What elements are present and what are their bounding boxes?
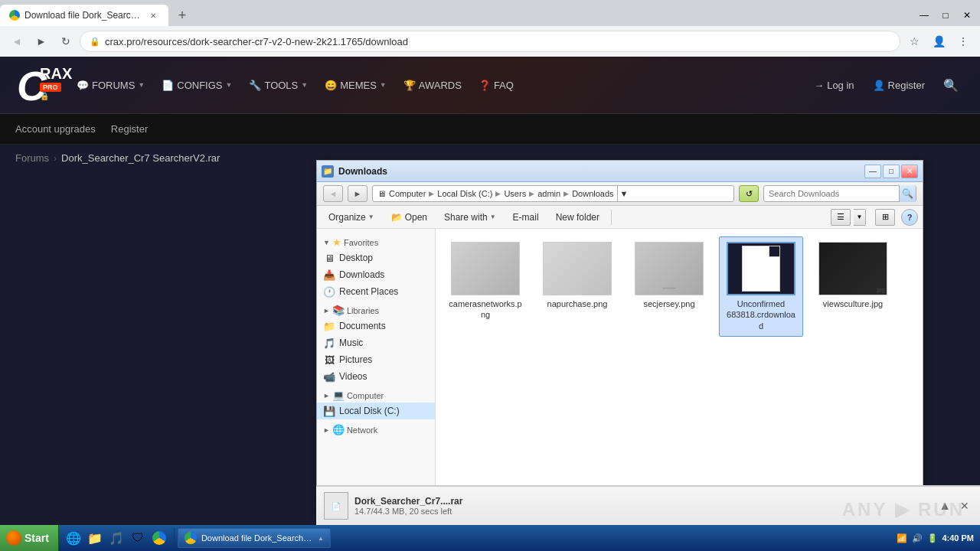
tray-battery-icon[interactable]: 🔋 <box>926 532 939 544</box>
register-button[interactable]: 👤 Register <box>867 77 931 94</box>
taskbar-right: 📶 🔊 🔋 4:40 PM <box>890 532 980 544</box>
email-button[interactable]: E-mail <box>506 209 546 226</box>
address-dropdown[interactable]: ▼ <box>617 185 631 202</box>
sidebar-item-desktop[interactable]: 🖥 Desktop <box>317 249 435 266</box>
sidebar-item-local-disk[interactable]: 💾 Local Disk (C:) <box>317 403 435 419</box>
favorites-star-icon: ★ <box>332 236 341 248</box>
back-button[interactable]: ◄ <box>6 31 28 52</box>
reload-button[interactable]: ↻ <box>55 31 77 52</box>
taskbar-task-download[interactable]: Download file Dork_Searcher_Cr7 S... ▲ <box>178 528 331 548</box>
view-button[interactable]: ☰ <box>831 209 851 226</box>
sidebar-item-music[interactable]: 🎵 Music <box>317 334 435 351</box>
sidebar-item-pictures[interactable]: 🖼 Pictures <box>317 351 435 368</box>
new-tab-button[interactable]: + <box>172 5 193 26</box>
file-item-crdownload[interactable]: Unconfirmed 683818.crdownload <box>719 236 803 337</box>
site-header: C RAX PRO 🔒 💬 FORUMS ▼ 📄 CONFIGS ▼ <box>0 57 980 114</box>
taskbar-folder-icon[interactable]: 📁 <box>85 528 105 548</box>
taskbar-media-icon[interactable]: 🎵 <box>106 528 126 548</box>
favorites-section: ▼ ★ Favorites 🖥 Desktop 📥 Downloads 🕐 <box>317 235 435 300</box>
nav-awards[interactable]: 🏆 AWARDS <box>396 75 469 96</box>
minimize-button[interactable]: — <box>914 8 934 23</box>
file-item-napurchase[interactable]: napurchase.png <box>535 236 619 337</box>
addr-computer: 🖥 <box>377 189 386 198</box>
forward-button[interactable]: ► <box>31 31 52 52</box>
close-tab-button[interactable]: ✕ <box>147 9 159 21</box>
file-item-secjersey[interactable]: —— secjersey.png <box>627 236 711 337</box>
taskbar-chrome-icon[interactable] <box>149 528 169 548</box>
videos-icon: 📹 <box>323 370 335 383</box>
start-button[interactable]: Start <box>0 525 59 551</box>
thumbnail-view-button[interactable]: ⊞ <box>875 209 895 226</box>
menu-button[interactable]: ⋮ <box>952 31 974 52</box>
sidebar-item-downloads[interactable]: 📥 Downloads <box>317 266 435 283</box>
sidebar-item-documents[interactable]: 📁 Documents <box>317 318 435 334</box>
file-item-camerasnetworks[interactable]: camerasnetworks.png <box>443 236 528 337</box>
libraries-icon: 📚 <box>332 305 345 316</box>
sidebar-item-videos[interactable]: 📹 Videos <box>317 368 435 385</box>
explorer-back[interactable]: ◄ <box>323 185 343 202</box>
new-folder-button[interactable]: New folder <box>549 209 606 226</box>
explorer-forward[interactable]: ► <box>348 185 368 202</box>
search-button[interactable]: 🔍 <box>937 75 965 96</box>
tray-network-icon[interactable]: 📶 <box>896 532 908 544</box>
libraries-header[interactable]: ► 📚 Libraries <box>317 303 435 318</box>
computer-header[interactable]: ► 💻 Computer <box>317 388 435 403</box>
site-logo[interactable]: C RAX PRO 🔒 <box>15 62 69 108</box>
nav-memes[interactable]: 😄 MEMES ▼ <box>317 75 394 96</box>
nav-forums[interactable]: 💬 FORUMS ▼ <box>69 75 152 96</box>
music-icon: 🎵 <box>323 337 335 349</box>
explorer-search-button[interactable]: 🔍 <box>899 185 916 202</box>
nav-configs[interactable]: 📄 CONFIGS ▼ <box>154 75 240 96</box>
help-button[interactable]: ? <box>901 209 918 226</box>
organize-arrow: ▼ <box>368 214 374 220</box>
file-item-viewsculture[interactable]: jpg viewsculture.jpg <box>811 236 895 337</box>
explorer-menu-bar: Organize ▼ 📂 Open Share with ▼ E-mail Ne… <box>317 206 923 229</box>
logo-c: C RAX PRO 🔒 <box>15 62 69 108</box>
explorer-search-input[interactable] <box>764 189 899 198</box>
open-button[interactable]: 📂 Open <box>384 209 434 226</box>
login-button[interactable]: → Log in <box>808 77 860 94</box>
local-disk-label: Local Disk (C:) <box>339 406 429 416</box>
organize-button[interactable]: Organize ▼ <box>322 209 381 226</box>
close-window-button[interactable]: ✕ <box>957 8 977 23</box>
active-tab[interactable]: Download file Dork_Searcher_Cr7 S... ✕ <box>0 5 168 26</box>
forums-icon: 💬 <box>77 80 89 91</box>
register-link[interactable]: Register <box>111 123 148 135</box>
address-bar[interactable]: 🔒 crax.pro/resources/dork-searcher-cr7-v… <box>80 31 900 52</box>
download-file-icon: 📄 <box>324 492 348 520</box>
explorer-address[interactable]: 🖥 Computer ▶ Local Disk (C:) ▶ Users ▶ a… <box>372 185 734 202</box>
libraries-section: ► 📚 Libraries 📁 Documents 🎵 Music 🖼 <box>317 303 435 385</box>
network-header[interactable]: ► 🌐 Network <box>317 422 435 437</box>
tray-volume-icon[interactable]: 🔊 <box>911 532 923 544</box>
explorer-minimize[interactable]: — <box>864 165 881 178</box>
nav-faq[interactable]: ❓ FAQ <box>471 75 521 96</box>
view-dropdown[interactable]: ▼ <box>854 209 866 226</box>
open-label: Open <box>405 212 427 223</box>
bookmark-button[interactable]: ☆ <box>903 31 925 52</box>
explorer-close[interactable]: ✕ <box>901 165 918 178</box>
nav-tools[interactable]: 🔧 TOOLS ▼ <box>241 75 315 96</box>
window-controls: — □ ✕ <box>914 8 980 23</box>
sidebar-item-recent-places[interactable]: 🕐 Recent Places <box>317 283 435 300</box>
open-icon: 📂 <box>391 212 403 223</box>
local-disk-icon: 💾 <box>323 405 335 417</box>
taskbar-task-label: Download file Dork_Searcher_Cr7 S... <box>201 533 313 543</box>
music-label: Music <box>339 337 429 348</box>
file-label-napurchase: napurchase.png <box>547 298 608 309</box>
account-upgrades-link[interactable]: Account upgrades <box>15 123 96 135</box>
explorer-refresh[interactable]: ↺ <box>739 185 759 202</box>
clock[interactable]: 4:40 PM <box>942 533 974 543</box>
file-thumb-viewsculture: jpg <box>818 242 887 295</box>
share-with-button[interactable]: Share with ▼ <box>437 209 503 226</box>
taskbar-shield-icon[interactable]: 🛡 <box>128 528 148 548</box>
download-bar: 📄 Dork_Searcher_Cr7....rar 14.7/44.3 MB,… <box>316 485 980 525</box>
memes-arrow: ▼ <box>380 81 387 89</box>
explorer-maximize[interactable]: □ <box>883 165 900 178</box>
documents-label: Documents <box>339 321 429 331</box>
favorites-header[interactable]: ▼ ★ Favorites <box>317 235 435 249</box>
breadcrumb-forums[interactable]: Forums <box>15 152 49 164</box>
taskbar-ie-icon[interactable]: 🌐 <box>64 528 83 548</box>
maximize-button[interactable]: □ <box>936 8 956 23</box>
account-button[interactable]: 👤 <box>928 31 949 52</box>
register-label: Register <box>888 80 925 91</box>
